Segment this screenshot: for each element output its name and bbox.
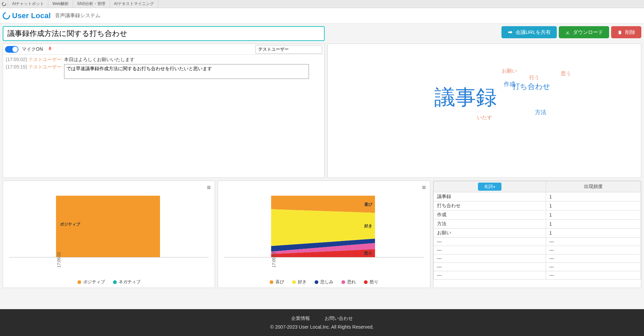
chart-legend: 喜び好き悲しみ恐れ怒り [218,279,430,285]
cloud-word[interactable]: 行う [529,74,539,81]
pos-header-cell: 名詞 [433,181,546,192]
count-cell: 1 [546,210,641,220]
cloud-word[interactable]: 作成 [504,80,515,88]
nav-item-chatbot[interactable]: AIチャットボット [8,0,48,8]
table-row: ------ [433,263,641,271]
word-cell: 作成 [433,210,546,220]
action-buttons: 会議URLを共有 ダウンロード 削除 [501,26,641,38]
cloud-word[interactable]: 打ち合わせ [513,82,550,92]
meeting-title-input[interactable] [3,26,325,41]
nav-item-web[interactable]: Web解析 [48,0,73,8]
brand-logo-text: User Local [12,11,51,20]
speaker-select-input[interactable] [255,45,322,54]
transcript-line: (17:05:15) テストユーザー: [6,64,322,79]
mic-label: マイクON [22,46,43,52]
table-row: 議事録1 [433,192,641,201]
download-label: ダウンロード [573,29,603,36]
word-cell: --- [433,246,546,254]
legend-item[interactable]: ポジティブ [77,279,105,285]
footer-link-company[interactable]: 企業情報 [291,316,310,322]
count-cell: --- [546,254,641,263]
frequency-panel: 名詞 出現頻度 議事録1打ち合わせ1作成1方法1お願い1------------… [433,181,641,288]
speaker: テストユーザー: [29,64,63,79]
legend-item[interactable]: 恐れ [341,279,356,285]
table-row: ------ [433,254,641,263]
brand-header: User Local 音声議事録システム [0,8,644,23]
download-button[interactable]: ダウンロード [559,26,609,38]
cloud-word[interactable]: いたす [477,114,492,121]
pos-filter-button[interactable]: 名詞 [478,183,501,191]
transcript-body: (17:05:02) テストユーザー: 本日はよろしくお願いいたします (17:… [3,55,324,178]
count-cell: 1 [546,229,641,238]
nav-item-textmining[interactable]: AIテキストマイニング [110,0,158,8]
transcript-toolbar: マイクON [3,44,324,55]
transcript-line: (17:05:02) テストユーザー: 本日はよろしくお願いいたします [6,57,322,63]
nav-item-sns[interactable]: SNS分析・管理 [73,0,110,8]
app-logo-icon [0,0,8,8]
count-header-cell: 出現頻度 [546,181,641,192]
cloud-word[interactable]: 議事録 [434,83,497,111]
table-row: 打ち合わせ1 [433,201,641,210]
table-row: お願い1 [433,229,641,238]
share-label: 会議URLを共有 [516,29,551,36]
brand-logo[interactable]: User Local [3,11,51,20]
frequency-table: 名詞 出現頻度 議事録1打ち合わせ1作成1方法1お願い1------------… [433,181,641,280]
legend-item[interactable]: 悲しみ [315,279,333,285]
x-tick-label: 17:05:02 [57,252,61,268]
cloud-word[interactable]: 思う [561,70,571,77]
share-icon [507,30,513,35]
mic-live-icon [48,46,52,52]
legend-item[interactable]: 喜び [270,279,284,285]
chart-plot-area: 喜び好き怒り [224,196,424,257]
trash-icon [617,30,623,35]
download-icon [565,30,570,35]
word-cell: 打ち合わせ [433,201,546,210]
timestamp: (17:05:02) [6,57,27,63]
utterance: 本日はよろしくお願いいたします [64,57,135,63]
meeting-title-field[interactable] [3,26,325,41]
table-row: ------ [433,238,641,246]
page-footer: 企業情報 お問い合わせ © 2007-2023 User Local,Inc. … [0,309,644,336]
count-cell: --- [546,271,641,280]
word-cell: --- [433,238,546,246]
count-cell: 1 [546,201,641,210]
table-row: ------ [433,271,641,280]
footer-copyright: © 2007-2023 User Local,Inc. All Rights R… [270,324,374,330]
count-cell: 1 [546,192,641,201]
transcript-panel: マイクON (17:05:02) テストユーザー: 本日はよろしくお願いいたしま… [3,44,325,178]
count-cell: --- [546,238,641,246]
word-cell: --- [433,263,546,271]
utterance-edit[interactable] [64,64,309,79]
cloud-word[interactable]: 方法 [535,108,546,116]
word-cell: お願い [433,229,546,238]
speaker: テストユーザー: [29,57,63,63]
count-cell: --- [546,263,641,271]
word-cell: --- [433,254,546,263]
chart-menu-icon[interactable]: ≡ [422,184,426,191]
word-cloud-panel: 議事録打ち合わせ作成方法お願い行う思ういたす [327,44,641,178]
word-cell: --- [433,271,546,280]
emotion-chart: ≡ 喜び好き怒り 17:05:02 喜び好き悲しみ恐れ怒り [218,181,430,288]
table-row: ------ [433,246,641,254]
legend-item[interactable]: 怒り [364,279,378,285]
delete-label: 削除 [625,29,635,36]
svg-point-0 [2,2,6,6]
word-cell: 議事録 [433,192,546,201]
brand-subtitle: 音声議事録システム [55,12,100,19]
chart-menu-icon[interactable]: ≡ [207,184,211,191]
count-cell: 1 [546,220,641,229]
table-row: 作成1 [433,210,641,220]
chart-plot-area: ポジティブ [9,196,209,257]
table-row: 方法1 [433,220,641,229]
share-url-button[interactable]: 会議URLを共有 [501,26,557,38]
mic-toggle[interactable] [5,46,18,53]
timestamp: (17:05:15) [6,64,27,79]
cloud-word[interactable]: お願い [502,67,517,74]
legend-item[interactable]: 好き [292,279,307,285]
top-utility-nav: AIチャットボット Web解析 SNS分析・管理 AIテキストマイニング [0,0,644,8]
footer-link-contact[interactable]: お問い合わせ [325,316,353,322]
legend-item[interactable]: ネガティブ [113,279,141,285]
chart-legend: ポジティブネガティブ [3,279,215,285]
delete-button[interactable]: 削除 [611,26,641,38]
count-cell: --- [546,246,641,254]
